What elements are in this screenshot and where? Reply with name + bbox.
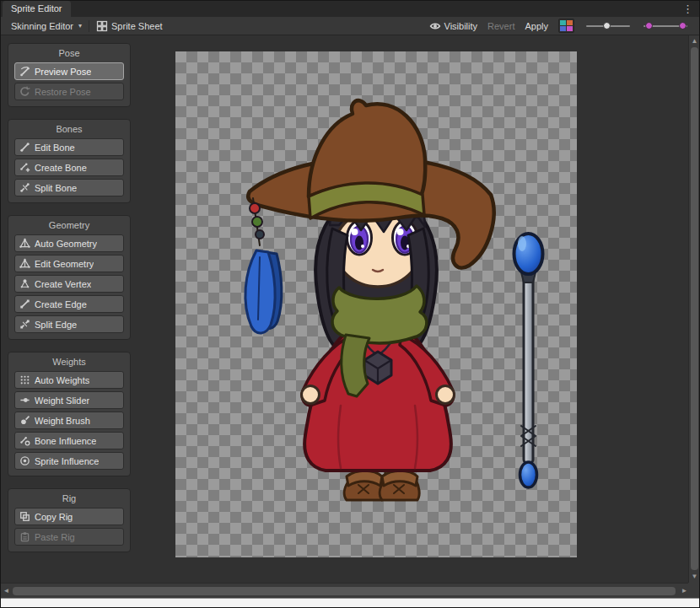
- edit-geometry-icon: [19, 258, 30, 269]
- weights-panel: Weights Auto Weights Weight Slider Weigh…: [8, 352, 131, 476]
- sprite-influence-label: Sprite Influence: [35, 456, 99, 466]
- toolbar-right: Visibility Revert Apply: [424, 17, 694, 35]
- weight-brush-label: Weight Brush: [35, 416, 90, 426]
- bone-opacity-knob-max[interactable]: [679, 22, 687, 30]
- create-edge-icon: [19, 299, 30, 309]
- edit-bone-button[interactable]: Edit Bone: [14, 138, 124, 156]
- copy-rig-button[interactable]: Copy Rig: [14, 508, 124, 525]
- pose-panel: Pose Preview Pose Restore Pose: [8, 43, 131, 107]
- bone-influence-button[interactable]: Bone Influence: [14, 432, 124, 449]
- sprite-sheet-label: Sprite Sheet: [111, 17, 163, 35]
- split-edge-icon: [19, 319, 30, 330]
- auto-weights-label: Auto Weights: [35, 375, 89, 385]
- sprite-sheet-button[interactable]: Sprite Sheet: [91, 17, 168, 35]
- edit-bone-icon: [19, 142, 30, 153]
- create-bone-button[interactable]: Create Bone: [14, 159, 124, 176]
- sprite-sheet-icon: [96, 20, 108, 32]
- mode-dropdown[interactable]: Skinning Editor ▾: [6, 17, 87, 35]
- weight-slider-button[interactable]: Weight Slider: [14, 391, 124, 409]
- swatch-color-1: [560, 20, 566, 25]
- sprite-editor-window: Sprite Editor ⋮ Skinning Editor ▾ Sprite…: [0, 0, 700, 608]
- preview-pose-label: Preview Pose: [35, 67, 91, 77]
- split-edge-label: Split Edge: [35, 320, 77, 330]
- bone-opacity-slider[interactable]: [643, 20, 687, 32]
- restore-pose-label: Restore Pose: [35, 87, 91, 97]
- weight-brush-button[interactable]: Weight Brush: [14, 412, 124, 429]
- sprite-canvas[interactable]: [175, 51, 577, 557]
- window-menu-icon[interactable]: ⋮: [682, 2, 693, 16]
- vertical-scrollbar[interactable]: ▲ ▼: [688, 35, 699, 583]
- geometry-panel: Geometry Auto Geometry Edit Geometry Cre…: [8, 215, 131, 340]
- paste-rig-button[interactable]: Paste Rig: [14, 528, 124, 546]
- paste-rig-label: Paste Rig: [35, 532, 75, 542]
- auto-weights-button[interactable]: Auto Weights: [14, 371, 124, 389]
- main-area: Pose Preview Pose Restore Pose Bones Edi…: [1, 35, 690, 583]
- scrollbar-corner: [688, 583, 699, 598]
- restore-pose-button[interactable]: Restore Pose: [14, 83, 124, 100]
- swatch-color-2: [567, 20, 573, 25]
- swatch-color-4: [567, 26, 573, 31]
- create-vertex-icon: [19, 278, 30, 289]
- visibility-button[interactable]: Visibility: [424, 17, 483, 35]
- create-vertex-button[interactable]: Create Vertex: [14, 275, 124, 293]
- tab-strip: Sprite Editor ⋮: [1, 1, 699, 17]
- paste-rig-icon: [19, 531, 30, 542]
- create-bone-label: Create Bone: [35, 163, 87, 173]
- split-bone-label: Split Bone: [35, 183, 77, 193]
- split-bone-button[interactable]: Split Bone: [14, 179, 124, 196]
- scroll-left-arrow[interactable]: ◄: [1, 586, 12, 596]
- scroll-down-arrow[interactable]: ▼: [689, 572, 700, 582]
- weight-brush-icon: [19, 415, 30, 426]
- create-edge-label: Create Edge: [35, 299, 87, 309]
- auto-geometry-icon: [19, 238, 30, 249]
- bones-panel: Bones Edit Bone Create Bone Split Bone: [8, 119, 131, 203]
- window-bottom-strip: [1, 598, 699, 608]
- edit-geometry-button[interactable]: Edit Geometry: [14, 255, 124, 272]
- split-edge-button[interactable]: Split Edge: [14, 315, 124, 333]
- edit-bone-label: Edit Bone: [35, 143, 75, 153]
- bone-opacity-knob-min[interactable]: [645, 22, 653, 30]
- copy-rig-label: Copy Rig: [35, 512, 73, 522]
- rig-panel: Rig Copy Rig Paste Rig: [8, 488, 131, 552]
- visibility-label: Visibility: [444, 17, 478, 35]
- preview-pose-button[interactable]: Preview Pose: [14, 62, 124, 80]
- edit-geometry-label: Edit Geometry: [35, 259, 94, 269]
- visibility-slider-knob[interactable]: [603, 22, 611, 30]
- vertical-scrollbar-thumb[interactable]: [691, 47, 698, 570]
- eye-icon: [429, 20, 441, 32]
- bone-influence-icon: [19, 435, 30, 446]
- geometry-panel-title: Geometry: [14, 218, 124, 234]
- copy-rig-icon: [19, 511, 30, 522]
- toolbar-separator: [89, 20, 89, 32]
- visibility-slider[interactable]: [586, 20, 630, 32]
- rig-panel-title: Rig: [14, 492, 124, 508]
- tab-sprite-editor[interactable]: Sprite Editor: [3, 1, 71, 17]
- mode-dropdown-label: Skinning Editor: [11, 17, 73, 35]
- horizontal-scrollbar-thumb[interactable]: [13, 587, 676, 595]
- auto-geometry-button[interactable]: Auto Geometry: [14, 234, 124, 252]
- weight-slider-label: Weight Slider: [35, 395, 89, 406]
- sprite-color-swatch[interactable]: [558, 19, 574, 33]
- auto-geometry-label: Auto Geometry: [35, 239, 97, 249]
- create-edge-button[interactable]: Create Edge: [14, 295, 124, 313]
- sprite-influence-icon: [19, 455, 30, 466]
- skinning-tool-panel: Pose Preview Pose Restore Pose Bones Edi…: [8, 43, 131, 552]
- restore-pose-icon: [19, 86, 30, 97]
- horizontal-scrollbar[interactable]: ◄ ►: [1, 583, 690, 598]
- split-bone-icon: [19, 182, 30, 193]
- canvas-art: [175, 51, 577, 557]
- weight-slider-icon: [19, 395, 30, 406]
- create-vertex-label: Create Vertex: [35, 279, 91, 289]
- revert-button[interactable]: Revert: [482, 17, 520, 35]
- toolbar: Skinning Editor ▾ Sprite Sheet Visibilit…: [1, 17, 699, 35]
- character-sprite: [245, 100, 494, 500]
- swatch-color-3: [560, 26, 566, 31]
- chevron-down-icon: ▾: [78, 17, 82, 35]
- weights-panel-title: Weights: [14, 355, 124, 371]
- apply-button[interactable]: Apply: [520, 17, 553, 35]
- preview-pose-icon: [19, 66, 30, 77]
- auto-weights-icon: [19, 374, 30, 385]
- sprite-influence-button[interactable]: Sprite Influence: [14, 452, 124, 470]
- scroll-up-arrow[interactable]: ▲: [689, 36, 700, 46]
- pose-panel-title: Pose: [14, 46, 124, 62]
